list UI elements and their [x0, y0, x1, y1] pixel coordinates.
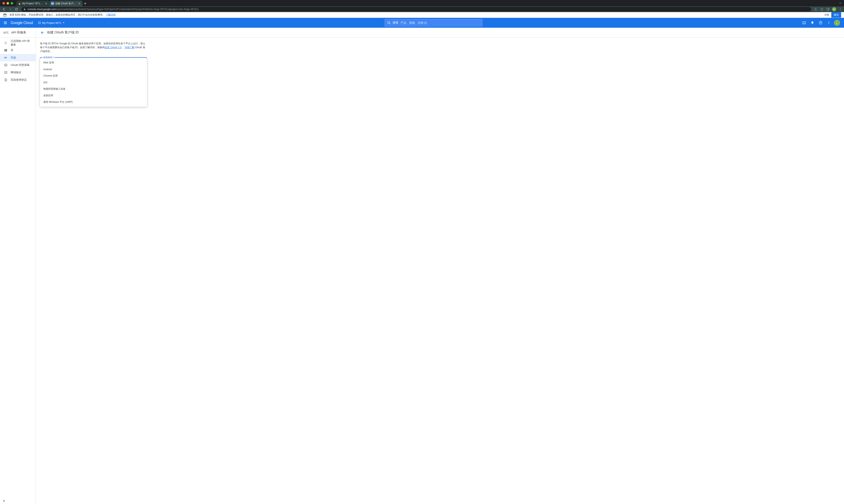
svg-point-22 — [6, 43, 7, 44]
oauth-docs-link[interactable]: 设置 OAuth 2.0 — [105, 46, 121, 49]
address-bar[interactable]: console.cloud.google.com/apis/credential… — [21, 7, 811, 12]
maximize-window-icon[interactable] — [11, 2, 13, 4]
svg-point-18 — [829, 23, 829, 24]
url-text: console.cloud.google.com/apis/credential… — [28, 8, 809, 11]
cloud-search-bar[interactable]: 搜索 — [385, 19, 482, 26]
sidepanel-icon[interactable] — [826, 7, 830, 12]
svg-point-4 — [840, 9, 841, 10]
promo-text: 免享 $300 赠金，开始免费试用。请放心，如果您的赠金用尽，我们不会向您收取费… — [10, 13, 105, 17]
reload-button[interactable] — [14, 6, 19, 12]
key-icon — [4, 56, 7, 59]
sidebar-item-label: OAuth 同意屏幕 — [11, 63, 30, 67]
search-icon — [387, 21, 391, 24]
svg-rect-1 — [827, 8, 829, 10]
collapse-sidebar-button[interactable] — [3, 500, 6, 502]
dropdown-option-chrome[interactable]: Chrome 应用 — [40, 73, 147, 79]
sidebar-item-enabled-apis[interactable]: 已启用的 API 和服务 — [0, 39, 36, 47]
cloud-shell-icon[interactable] — [801, 19, 808, 26]
lock-icon — [23, 8, 26, 11]
svg-rect-25 — [5, 49, 6, 52]
svg-point-19 — [5, 42, 5, 42]
svg-point-17 — [829, 22, 829, 23]
browser-menu-icon[interactable] — [838, 7, 843, 12]
gift-icon — [3, 13, 7, 17]
browser-tab-1[interactable]: 🔥 My Project 76715 – 项目设置 – ... — [16, 1, 49, 6]
svg-rect-26 — [6, 49, 7, 52]
sidebar-item-label: 库 — [11, 49, 13, 52]
new-tab-button[interactable] — [82, 1, 88, 6]
google-cloud-logo[interactable]: Google Cloud — [11, 21, 33, 25]
tab-title: 创建 OAuth 客户端 ID – API 和服... — [55, 2, 76, 5]
sidebar-item-label: 已启用的 API 和服务 — [11, 39, 32, 47]
tos-icon — [4, 78, 7, 82]
search-input[interactable] — [400, 21, 480, 24]
app-type-dropdown: Web 应用 Android Chrome 应用 iOS 电视和受限输入设备 桌… — [40, 58, 147, 107]
svg-rect-24 — [4, 49, 5, 52]
svg-rect-28 — [4, 64, 7, 66]
sidebar-header[interactable]: API API 和服务 — [0, 28, 36, 38]
consent-icon — [4, 64, 7, 67]
svg-point-5 — [840, 10, 841, 11]
dropdown-option-uwp[interactable]: 通用 Windows 平台 (UWP) — [40, 99, 147, 106]
svg-point-3 — [840, 8, 841, 8]
dropdown-option-android[interactable]: Android — [40, 66, 147, 73]
dropdown-option-desktop[interactable]: 桌面应用 — [40, 92, 147, 99]
tab-title: My Project 76715 – 项目设置 – ... — [22, 2, 43, 5]
project-picker[interactable]: My Project 8071 — [36, 21, 66, 25]
page-title: 创建 OAuth 客户端 ID — [47, 30, 79, 35]
nav-menu-button[interactable] — [3, 21, 7, 25]
learn-more-link[interactable]: 详细了解 — [125, 46, 134, 49]
svg-rect-14 — [803, 21, 806, 24]
promo-learn-more-link[interactable]: 了解详情 — [106, 13, 115, 17]
sidebar-item-consent[interactable]: OAuth 同意屏幕 — [0, 61, 36, 69]
more-icon[interactable] — [825, 19, 832, 26]
forward-button[interactable] — [7, 6, 13, 12]
sidebar-item-library[interactable]: 库 — [0, 47, 36, 54]
dropdown-option-tv[interactable]: 电视和受限输入设备 — [40, 86, 147, 92]
sidebar-item-credentials[interactable]: 凭据 — [0, 54, 36, 61]
browser-tab-2[interactable]: API 创建 OAuth 客户端 ID – API 和服... — [50, 1, 82, 6]
back-button[interactable] — [1, 6, 7, 12]
sidebar-title: API 和服务 — [11, 31, 26, 35]
minimize-window-icon[interactable] — [6, 2, 9, 4]
api-badge: API — [3, 31, 9, 34]
help-icon[interactable] — [817, 19, 824, 26]
svg-rect-0 — [24, 9, 25, 10]
back-arrow-button[interactable] — [40, 31, 44, 35]
share-icon[interactable] — [813, 7, 818, 12]
svg-point-13 — [388, 21, 390, 23]
verify-icon — [4, 71, 7, 74]
bookmark-icon[interactable] — [819, 7, 824, 12]
window-controls[interactable] — [2, 2, 16, 4]
api-icon: API — [51, 2, 54, 5]
promo-activate-button[interactable]: 激活 — [831, 12, 841, 18]
svg-point-20 — [6, 42, 7, 42]
search-prefix: 搜索 — [393, 21, 398, 25]
dropdown-option-ios[interactable]: iOS — [40, 79, 147, 86]
page-description: 客户端 ID 用于向 Google 的 OAuth 服务器标识单个应用。如果您的… — [40, 42, 147, 54]
svg-point-27 — [4, 57, 6, 58]
project-name: My Project 8071 — [42, 21, 61, 24]
sidebar-item-label: 网域验证 — [11, 71, 21, 74]
close-tab-icon[interactable] — [45, 2, 48, 5]
user-avatar[interactable]: L — [833, 19, 841, 26]
close-window-icon[interactable] — [2, 2, 5, 4]
svg-point-23 — [5, 43, 6, 43]
chevron-down-icon — [62, 22, 65, 24]
chevron-down-icon[interactable] — [839, 2, 842, 4]
firebase-icon: 🔥 — [18, 2, 21, 5]
notifications-icon[interactable] — [809, 19, 816, 26]
promo-bar: 免享 $300 赠金，开始免费试用。请放心，如果您的赠金用尽，我们不会向您收取费… — [0, 12, 844, 18]
sidebar-item-domain-verify[interactable]: 网域验证 — [0, 69, 36, 76]
promo-dismiss-button[interactable]: 忽略 — [824, 13, 829, 17]
sidebar-item-tos[interactable]: 页面使用协议 — [0, 76, 36, 84]
svg-point-21 — [5, 43, 5, 44]
profile-avatar[interactable]: L — [832, 7, 837, 12]
close-tab-icon[interactable] — [78, 2, 81, 5]
sidebar-item-label: 凭据 — [11, 56, 16, 59]
sidebar-item-label: 页面使用协议 — [11, 78, 27, 82]
dropdown-option-web[interactable]: Web 应用 — [40, 59, 147, 66]
svg-point-16 — [829, 21, 829, 22]
dashboard-icon — [4, 41, 7, 44]
library-icon — [4, 49, 7, 52]
